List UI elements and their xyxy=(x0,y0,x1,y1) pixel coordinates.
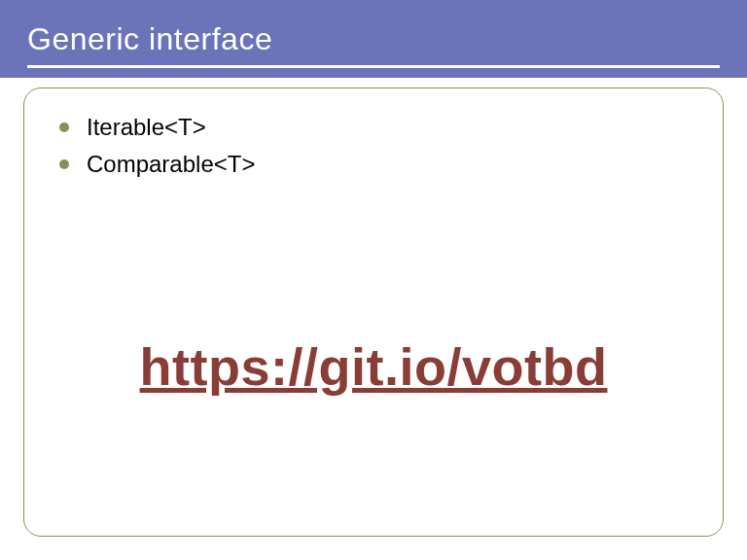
list-item-label: Comparable<T> xyxy=(87,151,255,178)
content-card: Iterable<T> Comparable<T> https://git.io… xyxy=(23,88,724,537)
bullet-icon xyxy=(59,122,69,132)
slide-title: Generic interface xyxy=(27,21,272,57)
list-item: Iterable<T> xyxy=(59,114,688,141)
list-item-label: Iterable<T> xyxy=(87,114,206,141)
main-link[interactable]: https://git.io/votbd xyxy=(140,336,608,397)
bullet-list: Iterable<T> Comparable<T> xyxy=(59,114,688,188)
bullet-icon xyxy=(59,159,69,169)
list-item: Comparable<T> xyxy=(59,151,688,178)
link-container: https://git.io/votbd xyxy=(59,188,688,507)
title-header: Generic interface xyxy=(0,0,747,78)
header-underline xyxy=(27,65,720,68)
